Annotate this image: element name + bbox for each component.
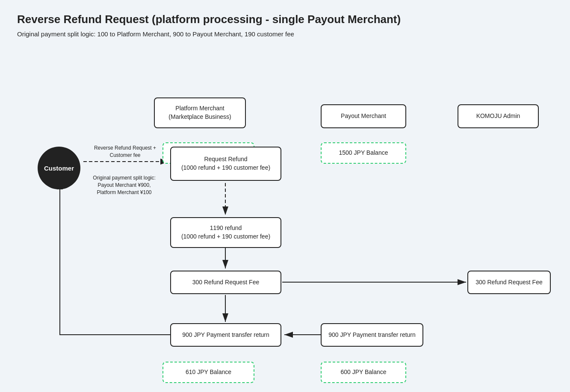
transfer-return-payout-box: 900 JPY Payment transfer return — [321, 323, 423, 347]
balance-payout-bottom: 600 JPY Balance — [321, 362, 406, 383]
arrow-label-split-logic: Original payment split logic: Payout Mer… — [85, 174, 164, 196]
payout-merchant-box: Payout Merchant — [321, 104, 406, 128]
arrows-svg — [17, 50, 552, 384]
request-refund-box: Request Refund (1000 refund + 190 custom… — [170, 147, 281, 181]
komoju-admin-box: KOMOJU Admin — [458, 104, 539, 128]
arrow-label-reverse-refund: Reverse Refund Request + Customer fee — [88, 144, 162, 159]
balance-payout-top: 1500 JPY Balance — [321, 142, 406, 164]
customer-circle: Customer — [38, 147, 80, 189]
refund-fee-platform-box: 300 Refund Request Fee — [170, 271, 281, 294]
diagram-area: Platform Merchant (Marketplace Business)… — [17, 50, 552, 384]
refund-fee-komoju-box: 300 Refund Request Fee — [467, 271, 551, 294]
page-title: Reverse Refund Request (platform process… — [17, 13, 553, 26]
refund-1190-box: 1190 refund (1000 refund + 190 customer … — [170, 217, 281, 248]
subtitle: Original payment split logic: 100 to Pla… — [17, 30, 553, 38]
balance-platform-bottom: 610 JPY Balance — [162, 362, 254, 383]
platform-merchant-box: Platform Merchant (Marketplace Business) — [154, 97, 246, 128]
transfer-return-platform-box: 900 JPY Payment transfer return — [170, 323, 281, 347]
